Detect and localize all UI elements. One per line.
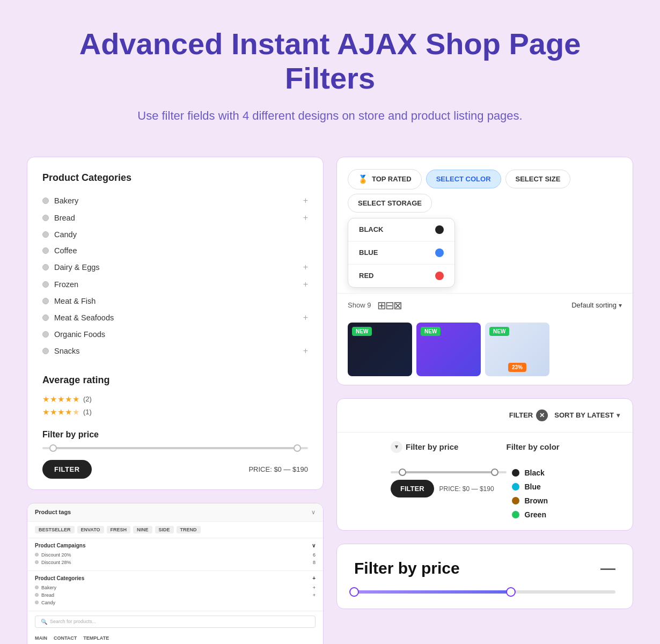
category-dot [42, 264, 49, 270]
left-column: Product Categories Bakery + Bread + [27, 157, 324, 644]
slider-thumb-right[interactable] [294, 444, 301, 452]
tab-select-size-label: SELECT SIZE [516, 175, 561, 183]
category-name: Meat & Fish [54, 297, 96, 305]
tag-nine[interactable]: NINE [133, 526, 152, 533]
slider-thumb-right-mid[interactable] [491, 469, 498, 476]
price-slider-big[interactable] [354, 590, 615, 594]
price-slider-track[interactable] [42, 447, 308, 449]
mini-search-bar[interactable]: 🔍 Search for products... [35, 616, 316, 628]
list-item[interactable]: Bakery + [42, 192, 308, 209]
expand-icon[interactable]: + [303, 213, 308, 223]
rating-row-4[interactable]: ★★★★★ (1) [42, 407, 308, 417]
color-option-red[interactable]: RED [348, 265, 454, 287]
tag-fresh[interactable]: FRESH [107, 526, 131, 533]
list-item[interactable]: Black [512, 466, 622, 480]
slider-thumb-left-mid[interactable] [399, 469, 406, 476]
category-dot [42, 231, 49, 238]
view-toggle[interactable]: ⊞⊟⊠ [377, 299, 401, 312]
grid-view-icon[interactable]: ⊞⊟⊠ [377, 299, 401, 312]
rating-row-5[interactable]: ★★★★★ (2) [42, 394, 308, 404]
default-sort[interactable]: Default sorting ▾ [571, 301, 622, 309]
price-fill-big [354, 590, 511, 594]
slider-track-mid[interactable] [391, 471, 507, 473]
chevron-down-icon: ▾ [619, 302, 622, 309]
filter-columns-header: ▾ Filter by price Filter by color [337, 433, 633, 462]
list-item[interactable]: Green [512, 508, 622, 522]
slider-thumb-big-left[interactable] [349, 587, 359, 597]
tab-select-storage[interactable]: SELECT STORAGE [348, 194, 432, 213]
category-dot [42, 331, 49, 338]
mini-panel-header: Product tags ∨ [27, 503, 323, 522]
category-name: Bakery [54, 196, 78, 205]
color-swatch-black [435, 225, 444, 234]
list-item[interactable]: Meat & Seafoods + [42, 309, 308, 326]
list-item[interactable]: Bread + [42, 209, 308, 226]
category-name: Dairy & Eggs [54, 263, 100, 272]
tab-select-size[interactable]: SELECT SIZE [505, 170, 571, 188]
category-name: Bread [54, 214, 75, 222]
tab-top-rated[interactable]: 🏅 TOP RATED [348, 169, 422, 189]
mini-product-panel: Product tags ∨ BESTSELLER ENVATO FRESH N… [27, 503, 324, 644]
nav-contact[interactable]: CONTACT [54, 635, 77, 641]
list-item[interactable]: Blue [512, 480, 622, 494]
product-tags-label: Product tags [35, 509, 71, 515]
new-badge-1: NEW [352, 327, 372, 336]
filter-color-header[interactable]: Filter by color [507, 441, 622, 453]
collapse-icon[interactable]: ∨ [311, 509, 316, 516]
filter-button-x[interactable]: FILTER ✕ [509, 409, 548, 421]
filter-label: FILTER [509, 411, 533, 419]
tag-trend[interactable]: TREND [177, 526, 201, 533]
collapse-button[interactable]: — [600, 560, 615, 577]
filter-price-big-title: Filter by price [354, 559, 460, 577]
list-item[interactable]: Discount 20% 6 [35, 551, 316, 559]
filter-price-header[interactable]: ▾ Filter by price [391, 441, 507, 453]
list-item[interactable]: Snacks + [42, 342, 308, 360]
clear-filter-icon[interactable]: ✕ [536, 409, 548, 421]
filter-btn-mid[interactable]: FILTER [391, 480, 434, 497]
slider-thumb-left[interactable] [49, 444, 57, 452]
categories-title: Product Categories [42, 172, 308, 184]
list-item[interactable]: Discount 28% 8 [35, 559, 316, 566]
color-label-red: RED [359, 272, 373, 280]
product-card-1[interactable]: NEW [348, 323, 412, 376]
color-name-brown: Brown [525, 496, 548, 505]
chevron-filter-price[interactable]: ▾ [391, 441, 402, 453]
price-range-text: PRICE: $0 — $190 [248, 465, 308, 473]
filter-button[interactable]: FILTER [42, 460, 92, 479]
stars-5: ★★★★★ [42, 394, 80, 404]
sort-by-button[interactable]: SORT BY LATEST ▾ [554, 411, 620, 419]
tag-envato[interactable]: ENVATO [77, 526, 104, 533]
color-bullet-green [512, 511, 519, 518]
tag-bestseller[interactable]: BESTSELLER [35, 526, 75, 533]
categories-arrow[interactable]: + [312, 575, 316, 581]
list-item[interactable]: Coffee [42, 243, 308, 259]
expand-icon[interactable]: + [303, 280, 308, 289]
tag-side[interactable]: SIDE [155, 526, 174, 533]
list-item[interactable]: Organic Foods [42, 326, 308, 342]
category-name: Coffee [54, 246, 77, 255]
tab-select-color[interactable]: SELECT COLOR [426, 170, 501, 188]
list-item[interactable]: Candy [42, 226, 308, 243]
nav-main[interactable]: MAIN [35, 635, 47, 641]
campaigns-arrow[interactable]: ∨ [312, 543, 316, 548]
expand-icon[interactable]: + [303, 196, 308, 206]
color-swatch-red [435, 272, 444, 280]
show-bar: Show 9 ⊞⊟⊠ Default sorting ▾ [337, 293, 633, 317]
mini-categories-section: Product Categories + Bakery + Bread + Ca… [27, 571, 323, 611]
list-item[interactable]: Brown [512, 494, 622, 508]
list-item[interactable]: Meat & Fish [42, 293, 308, 309]
list-item[interactable]: Candy [35, 599, 316, 606]
nav-template[interactable]: TEMPLATE [83, 635, 109, 641]
list-item[interactable]: Bread + [35, 591, 316, 599]
product-card-2[interactable]: NEW [416, 323, 481, 376]
color-option-blue[interactable]: BLUE [348, 241, 454, 265]
expand-icon[interactable]: + [303, 346, 308, 356]
color-option-black[interactable]: BLACK [348, 218, 454, 241]
expand-icon[interactable]: + [303, 313, 308, 323]
list-item[interactable]: Bakery + [35, 584, 316, 591]
list-item[interactable]: Dairy & Eggs + [42, 259, 308, 276]
list-item[interactable]: Frozen + [42, 276, 308, 293]
slider-thumb-big-right[interactable] [506, 587, 516, 597]
expand-icon[interactable]: + [303, 262, 308, 272]
product-card-3[interactable]: NEW 23% [485, 323, 549, 376]
